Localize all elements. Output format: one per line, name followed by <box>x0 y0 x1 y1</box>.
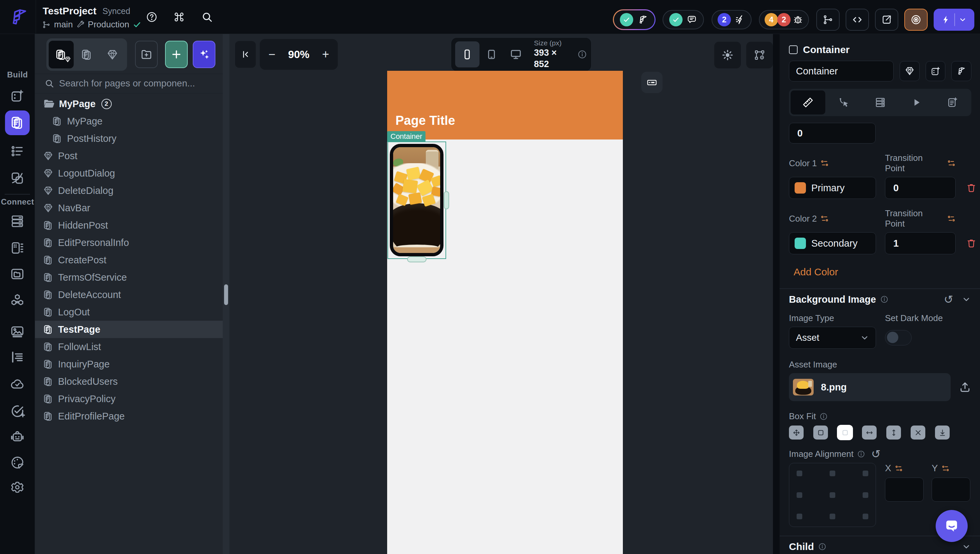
light-mode-toggle-button[interactable] <box>714 42 741 69</box>
transition1-input[interactable] <box>885 177 956 199</box>
rail-item-media-assets[interactable] <box>10 266 25 282</box>
upload-icon[interactable] <box>959 381 971 393</box>
tree-item[interactable]: EditProfilePage <box>35 407 223 425</box>
rail-item-cloud-functions[interactable] <box>10 376 25 391</box>
info-icon[interactable] <box>818 542 827 551</box>
phone-preview[interactable]: Page Title Container <box>387 71 623 554</box>
rail-item-widget-palette[interactable] <box>10 88 25 104</box>
branch-row[interactable]: main Production <box>42 19 142 30</box>
share-export-button[interactable] <box>875 9 898 31</box>
new-folder-button[interactable] <box>135 41 158 68</box>
info-icon[interactable] <box>819 412 828 421</box>
tree-item[interactable]: PrivacyPolicy <box>35 390 223 407</box>
set-from-variable-icon[interactable] <box>947 159 956 168</box>
tab-actions[interactable] <box>827 91 861 115</box>
device-phone-button[interactable] <box>455 42 479 67</box>
alignment-cell[interactable] <box>830 514 835 519</box>
rail-item-data-types[interactable] <box>10 240 25 255</box>
tree-item[interactable]: BlockedUsers <box>35 373 223 390</box>
command-menu-icon[interactable] <box>173 11 185 23</box>
tree-item[interactable]: Post <box>35 147 223 164</box>
tree-item[interactable]: LogoutDialog <box>35 164 223 182</box>
delete-color1-icon[interactable] <box>966 182 977 193</box>
issues-button[interactable]: 4 2 <box>759 10 809 29</box>
set-from-variable-icon[interactable] <box>947 214 956 223</box>
alignment-cell[interactable] <box>862 492 868 498</box>
tree-item[interactable]: PostHistory <box>35 130 223 147</box>
gradient-angle-input[interactable] <box>789 123 876 144</box>
rail-item-database[interactable] <box>10 214 25 229</box>
set-from-variable-icon[interactable] <box>820 159 829 168</box>
delete-color2-icon[interactable] <box>966 238 977 249</box>
boxfit-fill-button[interactable] <box>789 426 803 439</box>
rail-item-widget-tree[interactable] <box>10 144 25 159</box>
convert-to-component-button[interactable] <box>900 61 920 81</box>
rail-item-storage-images[interactable] <box>10 324 25 339</box>
alignment-cell[interactable] <box>830 492 835 498</box>
reset-icon[interactable]: ↺ <box>871 448 881 460</box>
app-bar[interactable]: Page Title <box>387 71 623 139</box>
view-code-button[interactable] <box>846 9 869 31</box>
tree-item[interactable]: MyPage <box>35 112 223 130</box>
tree-item[interactable]: FollowList <box>35 338 223 355</box>
rail-item-page-selector[interactable] <box>5 110 30 135</box>
rail-item-settings[interactable] <box>10 480 25 495</box>
run-button[interactable] <box>934 9 974 31</box>
image-alignment-x-input[interactable] <box>885 477 924 501</box>
container-background-image[interactable] <box>390 144 444 256</box>
tree-item[interactable]: HiddenPost <box>35 217 223 234</box>
filter-components-tab[interactable] <box>100 41 125 69</box>
help-icon[interactable] <box>146 11 158 23</box>
tree-item-selected[interactable]: TestPage <box>35 321 223 338</box>
ai-generate-page-button[interactable] <box>193 41 215 68</box>
tree-item[interactable]: DeleteDialog <box>35 182 223 199</box>
tree-folder-mypage[interactable]: MyPage 2 <box>35 95 223 112</box>
support-chat-button[interactable] <box>935 510 968 542</box>
boxfit-scale-down-button[interactable] <box>935 426 950 439</box>
preview-button[interactable] <box>904 9 928 31</box>
keyboard-shortcuts-button[interactable] <box>641 72 663 93</box>
pages-scrollbar-thumb[interactable] <box>224 284 228 305</box>
info-icon[interactable] <box>880 295 889 304</box>
info-icon[interactable] <box>577 49 587 59</box>
collapse-section-icon[interactable] <box>961 294 971 304</box>
alignment-cell[interactable] <box>830 471 835 476</box>
boxfit-fit-height-button[interactable] <box>886 426 901 439</box>
device-tablet-button[interactable] <box>479 42 504 67</box>
info-icon[interactable] <box>857 450 865 458</box>
tree-item[interactable]: NavBar <box>35 199 223 217</box>
selected-container-widget[interactable]: Container <box>387 142 446 259</box>
alignment-cell[interactable] <box>862 514 868 519</box>
set-from-variable-icon[interactable] <box>895 464 903 473</box>
image-type-dropdown[interactable]: Asset <box>789 327 876 349</box>
rail-item-theme[interactable] <box>10 455 25 470</box>
tree-item[interactable]: InquiryPage <box>35 355 223 373</box>
ai-review-button[interactable] <box>613 10 655 30</box>
tab-animations[interactable] <box>899 91 934 115</box>
boxfit-cover-button[interactable] <box>838 426 852 439</box>
wrap-widget-button[interactable] <box>926 61 946 81</box>
rail-item-api-calls[interactable] <box>10 293 25 308</box>
tree-item[interactable]: DeleteAccount <box>35 286 223 303</box>
transition2-input[interactable] <box>885 232 956 254</box>
set-from-variable-icon[interactable] <box>941 464 950 473</box>
add-color-link[interactable]: Add Color <box>794 266 971 278</box>
tab-properties[interactable] <box>791 91 825 115</box>
asset-image-picker[interactable]: 8.png <box>789 373 951 401</box>
widget-checkbox[interactable] <box>789 45 798 54</box>
page-title-text[interactable]: Page Title <box>396 113 455 128</box>
zoom-in-button[interactable]: + <box>322 47 329 61</box>
zoom-out-button[interactable]: − <box>269 47 275 61</box>
rail-item-components[interactable] <box>10 171 25 186</box>
reset-icon[interactable]: ↺ <box>944 294 954 305</box>
boxfit-fit-width-button[interactable] <box>862 426 877 439</box>
collapse-panel-button[interactable] <box>235 41 256 68</box>
flutterflow-logo-icon[interactable] <box>8 5 30 29</box>
pages-scrollbar[interactable] <box>223 34 229 554</box>
set-from-variable-icon[interactable] <box>820 214 829 223</box>
tab-documentation[interactable] <box>935 91 970 115</box>
rail-item-ai-agents[interactable] <box>10 429 25 445</box>
tree-item[interactable]: CreatePost <box>35 251 223 269</box>
boxfit-contain-button[interactable] <box>813 426 828 439</box>
image-alignment-y-input[interactable] <box>932 477 970 501</box>
